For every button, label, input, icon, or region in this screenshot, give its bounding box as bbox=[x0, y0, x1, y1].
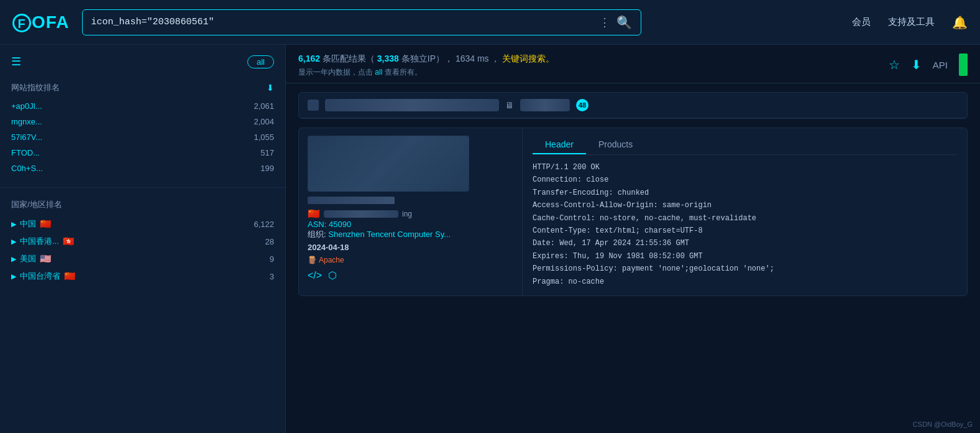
logo-text: FOFA bbox=[12, 12, 70, 32]
result-icons-bottom: </> ⬡ bbox=[308, 269, 513, 281]
bell-icon[interactable]: 🔔 bbox=[952, 15, 968, 30]
country-list: ▶ 中国 🇨🇳 6,122 ▶ 中国香港... 🇭🇰 28 ▶ 美国 🇺🇸 9 bbox=[11, 215, 274, 285]
expand-icon: ▶ bbox=[11, 220, 16, 228]
results-header: 6,162 条匹配结果（ 3,338 条独立IP）， 1634 ms ， 关键词… bbox=[286, 45, 980, 83]
tab-products[interactable]: Products bbox=[586, 136, 645, 154]
all-badge[interactable]: all bbox=[247, 55, 274, 68]
header-line: Cache-Control: no-store, no-cache, must-… bbox=[533, 212, 957, 225]
blurred-info bbox=[324, 210, 398, 218]
result-tags: 🪵 Apache bbox=[308, 256, 513, 264]
sidebar-top: ☰ all bbox=[0, 55, 285, 76]
list-item[interactable]: FTOD... 517 bbox=[11, 145, 274, 161]
tabs-row: Header Products bbox=[533, 136, 957, 155]
expand-icon: ▶ bbox=[11, 255, 16, 263]
list-item[interactable]: ▶ 美国 🇺🇸 9 bbox=[11, 250, 274, 268]
credit-text: CSDN @OidBoy_G bbox=[913, 421, 973, 428]
filter-icon[interactable]: ☰ bbox=[11, 55, 21, 68]
result-org: 组织: Shenzhen Tencent Computer Sy... bbox=[308, 229, 513, 240]
all-link[interactable]: all bbox=[375, 68, 382, 77]
blurred-url bbox=[325, 99, 499, 111]
result-asn: ASN: 45090 bbox=[308, 220, 513, 229]
badge-count: 48 bbox=[576, 99, 588, 111]
header-line: Pragma: no-cache bbox=[533, 276, 957, 288]
header: FOFA ⋮ 🔍 会员 支持及工具 🔔 bbox=[0, 0, 980, 45]
list-item[interactable]: ▶ 中国台湾省 🇨🇳 3 bbox=[11, 268, 274, 285]
sidebar: ☰ all 网站指纹排名 ⬇ +ap0Jl... 2,061 mgnxe... … bbox=[0, 45, 286, 433]
header-line: Connection: close bbox=[533, 174, 957, 186]
divider bbox=[0, 187, 285, 188]
code-icon[interactable]: </> bbox=[308, 270, 322, 281]
expand-icon: ▶ bbox=[11, 272, 16, 281]
api-label[interactable]: API bbox=[933, 60, 948, 70]
favicon bbox=[308, 100, 319, 111]
header-line: Permissions-Policy: payment 'none';geolo… bbox=[533, 263, 957, 275]
header-line: Transfer-Encoding: chunked bbox=[533, 187, 957, 199]
apache-tag: 🪵 Apache bbox=[308, 256, 344, 264]
result-card-2: 🇨🇳 ing ASN: 45090 组织: Shenzhen Tencent C… bbox=[298, 128, 968, 296]
country-section: 国家/地区排名 ▶ 中国 🇨🇳 6,122 ▶ 中国香港... 🇭🇰 28 ▶ bbox=[0, 193, 285, 291]
fingerprint-section: 网站指纹排名 ⬇ +ap0Jl... 2,061 mgnxe... 2,004 … bbox=[0, 76, 285, 182]
header-line: HTTP/1.1 200 OK bbox=[533, 161, 957, 174]
results-info: 6,162 条匹配结果（ 3,338 条独立IP）， 1634 ms ， 关键词… bbox=[298, 54, 554, 78]
header-line: Access-Control-Allow-Origin: same-origin bbox=[533, 199, 957, 212]
results-actions: ☆ ⬇ API bbox=[889, 54, 968, 76]
search-bar[interactable]: ⋮ 🔍 bbox=[82, 9, 641, 35]
nav-tools[interactable]: 支持及工具 bbox=[888, 16, 935, 28]
download-icon[interactable]: ⬇ bbox=[911, 57, 922, 72]
fingerprint-list: +ap0Jl... 2,061 mgnxe... 2,004 57i67V...… bbox=[11, 98, 274, 176]
result-left: 🇨🇳 ing ASN: 45090 组织: Shenzhen Tencent C… bbox=[299, 128, 523, 296]
content-area: 🖥 48 🇨🇳 bbox=[286, 83, 980, 433]
expand-icon: ▶ bbox=[11, 238, 16, 246]
blurred-line bbox=[308, 197, 395, 204]
result-card-body: 🇨🇳 ing ASN: 45090 组织: Shenzhen Tencent C… bbox=[299, 128, 967, 296]
blurred-tag bbox=[520, 99, 570, 111]
results-stat: 6,162 条匹配结果（ 3,338 条独立IP）， 1634 ms ， 关键词… bbox=[298, 54, 554, 65]
search-input[interactable] bbox=[91, 17, 593, 27]
cube-icon[interactable]: ⬡ bbox=[328, 269, 337, 281]
unique-ip-count: 3,338 bbox=[377, 54, 399, 63]
result-date: 2024-04-18 bbox=[308, 243, 513, 252]
list-item[interactable]: +ap0Jl... 2,061 bbox=[11, 98, 274, 114]
logo: FOFA bbox=[12, 12, 70, 32]
monitor-icon: 🖥 bbox=[505, 100, 514, 110]
results-panel: 6,162 条匹配结果（ 3,338 条独立IP）， 1634 ms ， 关键词… bbox=[286, 45, 980, 433]
list-item[interactable]: ▶ 中国 🇨🇳 6,122 bbox=[11, 215, 274, 233]
result-card-1: 🖥 48 bbox=[298, 92, 968, 119]
result-card-top: 🖥 48 bbox=[299, 93, 967, 118]
org-link[interactable]: Shenzhen Tencent Computer Sy... bbox=[328, 230, 451, 239]
list-item[interactable]: C0h+S... 199 bbox=[11, 161, 274, 176]
header-line: Content-Type: text/html; charset=UTF-8 bbox=[533, 225, 957, 237]
list-item[interactable]: mgnxe... 2,004 bbox=[11, 114, 274, 129]
result-right: Header Products HTTP/1.1 200 OK Connecti… bbox=[523, 128, 967, 296]
options-icon[interactable]: ⋮ bbox=[599, 16, 610, 29]
keyword-search-link[interactable]: 关键词搜索。 bbox=[502, 54, 554, 63]
main-layout: ☰ all 网站指纹排名 ⬇ +ap0Jl... 2,061 mgnxe... … bbox=[0, 45, 980, 433]
sort-icon[interactable]: ⬇ bbox=[267, 83, 274, 93]
header-line: Expires: Thu, 19 Nov 1981 08:52:00 GMT bbox=[533, 250, 957, 263]
nav-member[interactable]: 会员 bbox=[852, 16, 871, 28]
country-title: 国家/地区排名 bbox=[11, 199, 274, 210]
star-icon[interactable]: ☆ bbox=[889, 57, 900, 72]
header-right: 会员 支持及工具 🔔 bbox=[852, 15, 968, 30]
header-content: HTTP/1.1 200 OK Connection: close Transf… bbox=[533, 161, 957, 288]
list-item[interactable]: 57i67V... 1,055 bbox=[11, 129, 274, 145]
header-line: Date: Wed, 17 Apr 2024 21:55:36 GMT bbox=[533, 237, 957, 249]
fingerprint-title: 网站指纹排名 ⬇ bbox=[11, 82, 274, 93]
results-sub: 显示一年内数据，点击 all 查看所有。 bbox=[298, 67, 554, 78]
total-count: 6,162 bbox=[298, 54, 320, 63]
result-screenshot bbox=[308, 136, 469, 192]
asn-link[interactable]: 45090 bbox=[329, 220, 351, 229]
search-button[interactable]: 🔍 bbox=[616, 15, 632, 30]
green-indicator bbox=[959, 54, 968, 76]
result-meta: 🇨🇳 ing bbox=[308, 197, 513, 220]
tab-header[interactable]: Header bbox=[533, 136, 586, 154]
list-item[interactable]: ▶ 中国香港... 🇭🇰 28 bbox=[11, 233, 274, 250]
